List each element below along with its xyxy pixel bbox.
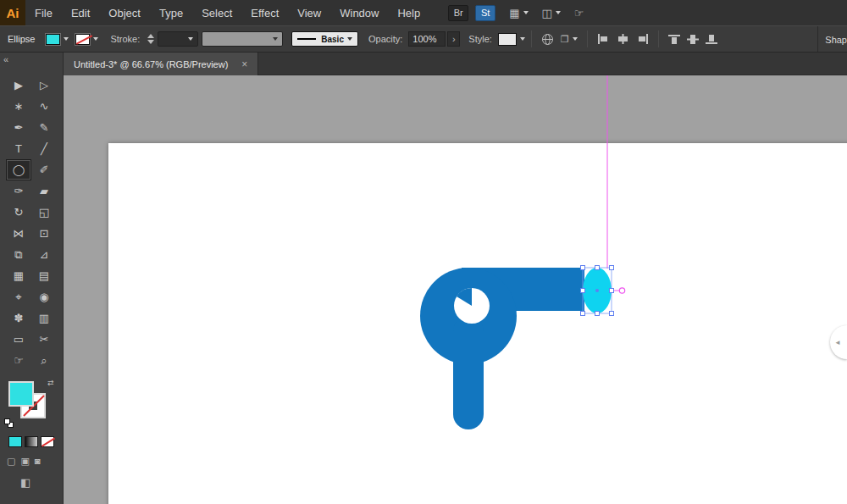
gradient-tool[interactable]: ▤ xyxy=(31,265,57,286)
align-bottom-icon[interactable] xyxy=(706,34,717,45)
color-button[interactable] xyxy=(8,436,22,447)
ellipse-tool[interactable]: ◯ xyxy=(6,159,31,180)
tab-close-icon[interactable]: × xyxy=(241,58,247,70)
step-down-icon[interactable] xyxy=(147,40,154,44)
align-right-icon[interactable] xyxy=(636,34,649,44)
zoom-tool[interactable]: ⌕ xyxy=(31,350,57,371)
screen-mode-icon[interactable]: ◧ xyxy=(20,476,30,489)
canvas-area[interactable]: ◄ xyxy=(64,75,847,504)
none-button[interactable] xyxy=(41,436,54,447)
workspace-switcher-icon[interactable]: ◫ xyxy=(542,7,561,19)
fill-caret-icon[interactable] xyxy=(64,37,69,41)
slice-tool[interactable]: ✂ xyxy=(31,329,57,350)
menu-help[interactable]: Help xyxy=(388,0,429,25)
tools-panel: « ▶ ▷ ∗ ∿ ✒ ✎ T ╱ ◯ ✐ ✑ ▰ ↻ ◱ ⋈ ⊡ ⧉ ⊿ ▦ … xyxy=(0,53,64,504)
direct-selection-tool[interactable]: ▷ xyxy=(31,75,57,96)
tools-grid: ▶ ▷ ∗ ∿ ✒ ✎ T ╱ ◯ ✐ ✑ ▰ ↻ ◱ ⋈ ⊡ ⧉ ⊿ ▦ ▤ … xyxy=(6,75,57,371)
mesh-tool[interactable]: ▦ xyxy=(6,265,31,286)
bridge-button[interactable]: Br xyxy=(448,5,468,21)
center-point-handle[interactable] xyxy=(595,289,599,292)
menu-window[interactable]: Window xyxy=(330,0,388,25)
align-center-icon[interactable] xyxy=(617,34,629,44)
stroke-weight-dropdown[interactable] xyxy=(158,31,198,47)
curvature-tool[interactable]: ✎ xyxy=(31,117,57,138)
menu-view[interactable]: View xyxy=(288,0,330,25)
style-swatch-dropdown[interactable] xyxy=(498,33,517,46)
stroke-label[interactable]: Stroke: xyxy=(110,34,140,44)
document-setup-globe-icon[interactable] xyxy=(541,33,554,46)
menu-type[interactable]: Type xyxy=(150,0,192,25)
magic-wand-tool[interactable]: ∗ xyxy=(6,96,31,117)
hand-tool[interactable]: ☞ xyxy=(6,350,31,371)
stroke-weight-stepper[interactable] xyxy=(147,34,154,44)
pencil-tool[interactable]: ✑ xyxy=(6,180,31,202)
control-bar: Ellipse Stroke: Basic Opacity: › Style: … xyxy=(0,25,847,53)
stroke-color-swatch[interactable] xyxy=(75,34,90,45)
artboard-tool[interactable]: ▭ xyxy=(6,329,31,350)
stock-button[interactable]: St xyxy=(475,5,495,21)
illustrator-logo[interactable]: Ai xyxy=(0,0,25,25)
pen-tool[interactable]: ✒ xyxy=(6,117,31,138)
opacity-panel-arrow[interactable]: › xyxy=(447,31,460,47)
symbol-sprayer-tool[interactable]: ✽ xyxy=(6,307,31,329)
shape-panel-link[interactable]: Shap xyxy=(817,26,847,53)
opacity-input[interactable] xyxy=(408,31,446,47)
align-top-icon[interactable] xyxy=(668,34,680,45)
brush-definition-dropdown[interactable] xyxy=(202,31,283,47)
selection-tool[interactable]: ▶ xyxy=(6,75,31,96)
gradient-button[interactable] xyxy=(25,436,38,447)
width-tool[interactable]: ⋈ xyxy=(6,223,31,244)
perspective-grid-tool[interactable]: ⊿ xyxy=(31,244,57,265)
draw-normal-icon[interactable]: ▢ xyxy=(7,456,15,467)
fill-proxy-swatch[interactable] xyxy=(8,381,34,407)
scale-tool[interactable]: ◱ xyxy=(31,202,57,223)
toolbar-collapse-icon[interactable]: « xyxy=(3,54,8,64)
blue-shape[interactable] xyxy=(420,268,584,429)
align-left-icon[interactable] xyxy=(597,34,610,44)
column-graph-tool[interactable]: ▥ xyxy=(31,307,57,329)
eyedropper-tool[interactable]: ⌖ xyxy=(6,286,31,307)
document-tab[interactable]: Untitled-3* @ 66.67% (RGB/Preview) × xyxy=(64,53,258,75)
style-label[interactable]: Style: xyxy=(468,34,492,44)
document-tab-strip: Untitled-3* @ 66.67% (RGB/Preview) × xyxy=(64,53,847,75)
style-caret-icon[interactable] xyxy=(520,37,525,41)
stroke-preview-line xyxy=(297,38,316,40)
active-tool-label: Ellipse xyxy=(8,34,35,44)
lasso-tool[interactable]: ∿ xyxy=(31,96,57,117)
arrange-documents-icon[interactable]: ▦ xyxy=(509,7,528,19)
line-segment-tool[interactable]: ╱ xyxy=(31,138,57,159)
menu-select[interactable]: Select xyxy=(192,0,241,25)
step-up-icon[interactable] xyxy=(147,34,154,38)
touch-workspace-icon[interactable]: ☞ xyxy=(574,7,584,19)
menu-bar: Ai File Edit Object Type Select Effect V… xyxy=(0,0,847,25)
separator xyxy=(587,30,588,47)
free-transform-tool[interactable]: ⊡ xyxy=(31,223,57,244)
fill-color-swatch[interactable] xyxy=(46,34,60,45)
menu-object[interactable]: Object xyxy=(99,0,150,25)
graphic-style-dropdown[interactable]: Basic xyxy=(291,31,358,47)
align-middle-icon[interactable] xyxy=(687,34,699,45)
eraser-tool[interactable]: ▰ xyxy=(31,180,57,202)
shape-builder-tool[interactable]: ⧉ xyxy=(6,244,31,265)
collapse-arrow-icon: ◄ xyxy=(834,339,841,346)
drawing-modes-row: ▢ ▣ ◙ xyxy=(7,456,40,467)
opacity-label[interactable]: Opacity: xyxy=(368,34,402,44)
paintbrush-tool[interactable]: ✐ xyxy=(31,159,57,180)
color-mode-row xyxy=(8,436,54,447)
menu-effect[interactable]: Effect xyxy=(241,0,288,25)
stroke-caret-icon[interactable] xyxy=(93,37,98,41)
draw-inside-icon[interactable]: ◙ xyxy=(35,456,41,467)
draw-behind-icon[interactable]: ▣ xyxy=(20,456,29,467)
isolate-selection-icon[interactable]: ❐ xyxy=(561,34,578,45)
separator xyxy=(531,30,532,47)
separator xyxy=(658,30,659,47)
rotate-tool[interactable]: ↻ xyxy=(6,202,31,223)
menu-file[interactable]: File xyxy=(25,0,62,25)
anchor-point-handle[interactable] xyxy=(619,288,624,293)
document-tab-title: Untitled-3* @ 66.67% (RGB/Preview) xyxy=(74,59,228,69)
blend-tool[interactable]: ◉ xyxy=(31,286,57,307)
swap-fill-stroke-icon[interactable]: ⇄ xyxy=(47,379,54,387)
menu-edit[interactable]: Edit xyxy=(62,0,99,25)
type-tool[interactable]: T xyxy=(6,138,31,159)
default-fill-stroke-icon[interactable] xyxy=(4,418,14,428)
